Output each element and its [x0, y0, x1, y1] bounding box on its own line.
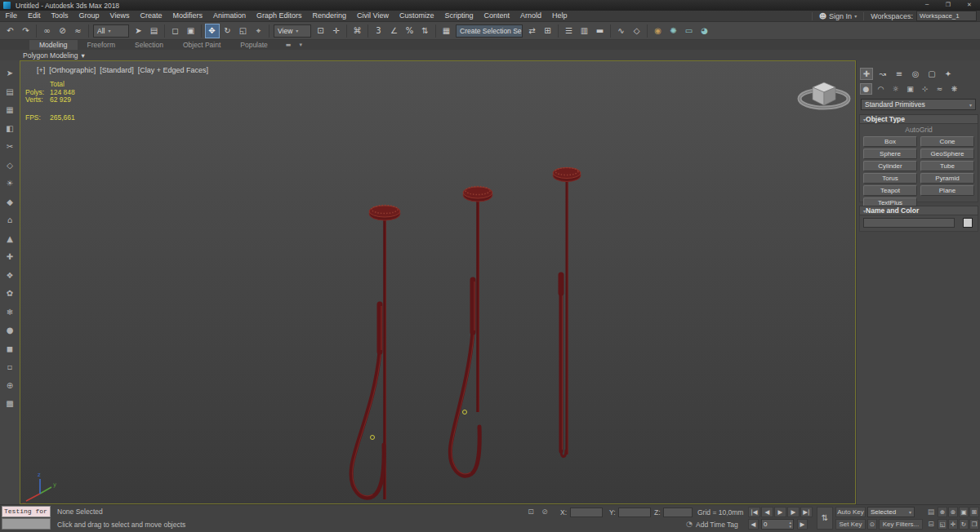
close-button[interactable]: ✕: [959, 0, 980, 11]
pattern-icon[interactable]: ▩: [3, 397, 16, 410]
explorer-top-icon[interactable]: ▤: [926, 507, 936, 517]
split-icon[interactable]: ◧: [3, 122, 16, 135]
sphere-button[interactable]: Sphere: [863, 149, 917, 159]
scene-explorer-icon[interactable]: ☰: [562, 24, 577, 38]
undo-icon[interactable]: ↶: [3, 24, 18, 38]
display-tab-icon[interactable]: ▢: [925, 68, 938, 80]
cursor-icon[interactable]: ➤: [3, 67, 16, 80]
systems-icon[interactable]: ❋: [948, 83, 960, 95]
view-cube[interactable]: [800, 82, 849, 108]
torus-button[interactable]: Torus: [863, 173, 917, 184]
named-selection-sets-icon[interactable]: ▦: [439, 24, 454, 38]
box-button[interactable]: Box: [863, 136, 917, 147]
current-frame-spinner[interactable]: 0 ▴▾: [761, 519, 794, 530]
ribbon-tab-populate[interactable]: Populate: [230, 40, 278, 50]
polygon-modeling-panel[interactable]: Polygon Modeling ▾: [23, 51, 85, 60]
hierarchy-tab-icon[interactable]: ≡: [893, 68, 906, 80]
ribbon-tab-modeling[interactable]: Modeling: [29, 40, 78, 50]
ribbon-tab-selection[interactable]: Selection: [125, 40, 173, 50]
pan-icon[interactable]: ✛: [948, 519, 958, 530]
select-and-link-icon[interactable]: ∞: [40, 24, 55, 38]
select-and-manipulate-icon[interactable]: ✛: [329, 24, 344, 38]
plane-button[interactable]: Plane: [920, 185, 974, 196]
use-pivot-center-icon[interactable]: ⊡: [314, 24, 328, 38]
select-and-rotate-icon[interactable]: ↻: [220, 24, 235, 38]
shower-object-middle[interactable]: [450, 187, 492, 477]
grid-icon[interactable]: ▦: [3, 104, 16, 117]
geometry-icon[interactable]: ●: [860, 83, 872, 95]
viewport-shading-menu[interactable]: [Clay + Edged Faces]: [138, 66, 208, 74]
maxscript-listener-line[interactable]: [2, 518, 51, 530]
list-icon[interactable]: ▤: [3, 86, 16, 99]
pyramid-button[interactable]: Pyramid: [920, 173, 974, 184]
menu-animation[interactable]: Animation: [207, 11, 251, 21]
plant-icon[interactable]: ✿: [3, 287, 16, 300]
keyboard-override-icon[interactable]: ⌘: [350, 24, 365, 38]
plus-icon[interactable]: ✚: [3, 250, 16, 264]
name-color-rollout-header[interactable]: ▾ Name and Color: [859, 206, 978, 215]
motion-tab-icon[interactable]: ◎: [909, 68, 922, 80]
object-type-rollout-header[interactable]: ▾ Object Type: [859, 114, 978, 124]
redo-icon[interactable]: ↷: [19, 24, 33, 38]
sign-in-button[interactable]: ☻ Sign In ▾: [812, 12, 864, 20]
render-setup-icon[interactable]: ✺: [666, 24, 681, 38]
curve-editor-icon[interactable]: ∿: [614, 24, 629, 38]
rectangular-selection-icon[interactable]: ◻: [168, 24, 183, 38]
cone-icon[interactable]: ▲: [3, 233, 16, 246]
zoom-extents-icon[interactable]: ▣: [959, 507, 969, 517]
menu-customize[interactable]: Customize: [394, 11, 439, 21]
cameras-icon[interactable]: ▣: [904, 83, 916, 95]
viewport-standard-menu[interactable]: [Standard]: [100, 66, 134, 74]
helpers-icon[interactable]: ⊹: [919, 83, 931, 95]
unlink-selection-icon[interactable]: ⊘: [56, 24, 70, 38]
menu-graph-editors[interactable]: Graph Editors: [251, 11, 307, 21]
material-editor-icon[interactable]: ◉: [651, 24, 666, 38]
autogrid-checkbox[interactable]: AutoGrid: [860, 124, 978, 134]
diamond-icon[interactable]: ◇: [3, 159, 16, 172]
shower-object-left[interactable]: [351, 206, 400, 500]
menu-content[interactable]: Content: [479, 11, 515, 21]
menu-group[interactable]: Group: [74, 11, 105, 21]
angle-snap-icon[interactable]: ∠: [387, 24, 402, 38]
go-to-end-button[interactable]: ▶|: [800, 507, 813, 517]
orbit-icon[interactable]: ↻: [959, 519, 969, 530]
teapot-button[interactable]: Teapot: [863, 185, 917, 196]
menu-scripting[interactable]: Scripting: [439, 11, 479, 21]
menu-arnold[interactable]: Arnold: [514, 11, 546, 21]
primitive-category-dropdown[interactable]: Standard Primitives ▾: [861, 99, 976, 110]
select-and-move-icon[interactable]: ✥: [205, 24, 220, 38]
home-icon[interactable]: ⌂: [3, 214, 16, 227]
key-mode-dropdown[interactable]: Selected ▾: [867, 507, 915, 517]
sun-icon[interactable]: ☀: [3, 177, 16, 190]
shower-object-right[interactable]: [553, 168, 581, 457]
isolate-selection-icon[interactable]: ⊡: [525, 507, 537, 517]
create-tab-icon[interactable]: ✚: [860, 68, 873, 80]
zoom-all-icon[interactable]: ⊛: [948, 507, 958, 517]
viewport-scene[interactable]: x y z: [20, 61, 855, 503]
z-coordinate-input[interactable]: [663, 508, 693, 517]
menu-modifiers[interactable]: Modifiers: [167, 11, 208, 21]
menu-create[interactable]: Create: [135, 11, 167, 21]
red-cube-icon[interactable]: ◼: [3, 343, 16, 356]
play-button[interactable]: ▶: [774, 507, 786, 517]
vertex-marker[interactable]: [463, 410, 467, 415]
key-mode-toggle-button[interactable]: ⇅: [817, 507, 833, 530]
window-crossing-icon[interactable]: ▣: [184, 24, 198, 38]
geosphere-button[interactable]: GeoSphere: [920, 149, 974, 159]
ribbon-tab-object-paint[interactable]: Object Paint: [173, 40, 230, 50]
cylinder-button[interactable]: Cylinder: [863, 161, 917, 171]
ribbon-tab-freeform[interactable]: Freeform: [78, 40, 125, 50]
snowflake-icon[interactable]: ❄: [3, 306, 16, 319]
maxscript-mini-listener[interactable]: Testing for i: [2, 506, 51, 517]
vertex-marker[interactable]: [371, 436, 375, 440]
previous-frame-button[interactable]: ◀: [761, 507, 773, 517]
modify-tab-icon[interactable]: ↝: [876, 68, 889, 80]
zoom-icon[interactable]: ⊕: [938, 507, 947, 517]
target-icon[interactable]: ⊕: [3, 379, 16, 392]
scissors-icon[interactable]: ✂: [3, 140, 16, 153]
set-key-button[interactable]: Set Key: [835, 519, 866, 530]
select-by-name-icon[interactable]: ▤: [147, 24, 162, 38]
ribbon-toggle-icon[interactable]: ▬: [593, 24, 608, 38]
frame-back-button[interactable]: ◀: [748, 519, 759, 530]
spinner-snap-icon[interactable]: ⇅: [418, 24, 433, 38]
